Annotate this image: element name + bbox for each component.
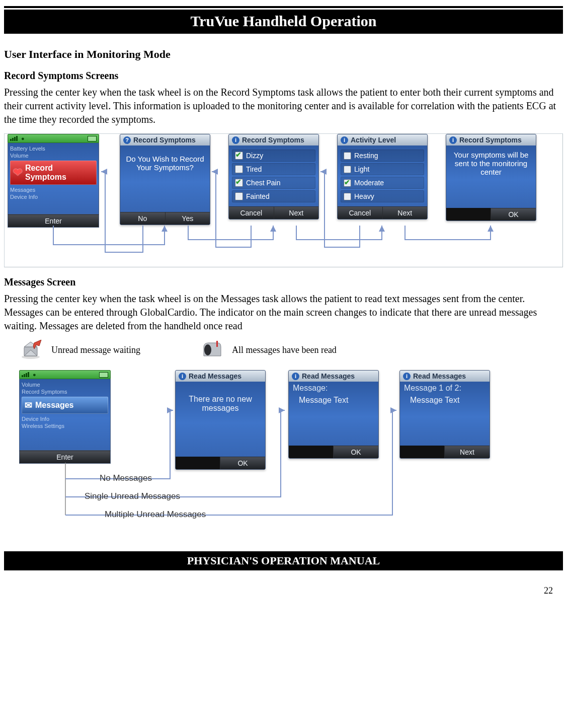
- next-button[interactable]: Next: [274, 206, 319, 219]
- activity-label: Moderate: [354, 179, 384, 187]
- ok-button[interactable]: OK: [333, 446, 378, 458]
- heart-icon: ❤: [13, 166, 22, 179]
- wheel-item: Device Info: [10, 193, 97, 200]
- help-icon: ?: [123, 136, 131, 144]
- message-text: Message Text: [293, 393, 374, 405]
- section-heading: User Interface in Monitoring Mode: [4, 48, 563, 61]
- multi-message-title: Read Messages: [413, 372, 466, 380]
- no-messages-title: Read Messages: [189, 372, 241, 380]
- cancel-button[interactable]: Cancel: [338, 206, 382, 219]
- info-icon: i: [403, 373, 411, 380]
- checkbox-icon[interactable]: [235, 179, 243, 187]
- no-messages-screen: iRead Messages There are no new messages…: [175, 370, 266, 470]
- wheel-selected[interactable]: ❤ Record Symptoms: [10, 161, 97, 185]
- cancel-button[interactable]: Cancel: [229, 206, 274, 219]
- svg-point-5: [204, 344, 211, 355]
- record-symptoms-body: Pressing the center key when the task wh…: [4, 86, 563, 126]
- record-symptoms-flow: ● Battery Levels Volume ❤ Record Symptom…: [4, 133, 563, 267]
- wheel-item: Volume: [10, 152, 97, 159]
- info-icon: i: [341, 136, 348, 144]
- ok-button[interactable]: OK: [220, 457, 265, 469]
- activity-label: Resting: [354, 152, 378, 160]
- info-icon: i: [292, 373, 299, 380]
- status-bar: ●: [8, 134, 99, 143]
- footer-title: PHYSICIAN'S OPERATION MANUAL: [4, 551, 563, 570]
- signal-icon: [10, 134, 18, 143]
- mail-icon: ✉: [25, 400, 32, 411]
- next-button[interactable]: Next: [382, 206, 428, 219]
- symptom-label: Dizzy: [246, 152, 263, 160]
- mail-open-icon: [19, 340, 42, 360]
- no-messages-body: There are no new messages: [176, 382, 265, 457]
- messages-task-wheel: ● Volume Record Symptoms ✉ Messages Devi…: [19, 370, 111, 464]
- softkey-enter[interactable]: Enter: [19, 451, 111, 464]
- page-number: 22: [4, 570, 563, 601]
- messages-body: Pressing the center key when the task wh…: [4, 292, 563, 333]
- activity-screen: iActivity Level Resting Light Moderate H…: [337, 134, 428, 220]
- wheel-selected-label: Record Symptoms: [25, 164, 94, 182]
- single-message-screen: iRead Messages Message: Message Text OK: [288, 370, 379, 459]
- top-rule: [4, 6, 563, 8]
- flow-label-multi: Multiple Unread Messages: [105, 509, 206, 520]
- wheel-item: Messages: [10, 186, 97, 193]
- wheel-selected[interactable]: ✉ Messages: [22, 397, 108, 414]
- symptom-row[interactable]: Dizzy: [232, 150, 315, 162]
- checkbox-icon[interactable]: [235, 152, 243, 160]
- confirm-body: Do You Wish to Record Your Symptoms?: [120, 145, 210, 212]
- checkbox-icon[interactable]: [344, 166, 351, 173]
- no-button[interactable]: No: [120, 212, 165, 225]
- symptom-row[interactable]: Tired: [232, 163, 315, 175]
- message-header: Message 1 of 2:: [404, 384, 485, 393]
- svg-rect-6: [216, 341, 218, 347]
- symptom-label: Tired: [246, 165, 262, 173]
- wheel-item: Wireless Settings: [22, 422, 108, 429]
- messages-heading: Messages Screen: [4, 276, 563, 288]
- ok-button[interactable]: OK: [491, 208, 536, 221]
- activity-row[interactable]: Resting: [341, 150, 424, 162]
- legend-read-label: All messages have been read: [232, 345, 337, 355]
- activity-title: Activity Level: [351, 136, 396, 144]
- wheel-selected-label: Messages: [35, 401, 74, 410]
- sent-body: Your symptoms will be sent to the monito…: [446, 145, 536, 208]
- softkey-enter[interactable]: Enter: [8, 214, 99, 228]
- wheel-item: Record Symptoms: [22, 388, 108, 395]
- activity-row[interactable]: Heavy: [341, 190, 424, 202]
- checkbox-icon[interactable]: [235, 165, 243, 173]
- checkbox-icon[interactable]: [344, 193, 351, 200]
- antenna-icon: ●: [33, 372, 36, 378]
- checkbox-icon[interactable]: [235, 192, 243, 200]
- symptom-row[interactable]: Fainted: [232, 190, 315, 202]
- status-bar: ●: [19, 370, 111, 379]
- message-header: Message:: [293, 384, 374, 393]
- flow-label-no-messages: No Messages: [100, 473, 152, 483]
- sent-title: Record Symptoms: [459, 136, 522, 144]
- task-wheel-screen: ● Battery Levels Volume ❤ Record Symptom…: [8, 134, 99, 228]
- checkbox-icon[interactable]: [344, 152, 351, 160]
- battery-icon: [99, 372, 108, 378]
- symptoms-screen: iRecord Symptoms Dizzy Tired Chest Pain …: [228, 134, 319, 220]
- activity-row[interactable]: Moderate: [341, 177, 424, 189]
- info-icon: i: [449, 136, 457, 144]
- checkbox-icon[interactable]: [344, 179, 351, 187]
- confirm-title: Record Symptoms: [133, 136, 196, 144]
- message-icon-legend: Unread message waiting All messages have…: [19, 340, 563, 360]
- message-text: Message Text: [404, 393, 485, 405]
- legend-unread-label: Unread message waiting: [51, 345, 140, 355]
- activity-row[interactable]: Light: [341, 163, 424, 175]
- mailbox-icon: [201, 341, 223, 359]
- flow-label-single: Single Unread Messages: [85, 491, 180, 501]
- activity-label: Light: [354, 165, 369, 173]
- info-icon: i: [179, 373, 186, 380]
- chapter-title: TruVue Handheld Operation: [4, 10, 563, 34]
- symptoms-title: Record Symptoms: [242, 136, 304, 144]
- yes-button[interactable]: Yes: [165, 212, 210, 225]
- info-icon: i: [232, 136, 239, 144]
- symptom-label: Chest Pain: [246, 179, 280, 187]
- symptom-row[interactable]: Chest Pain: [232, 177, 315, 189]
- signal-icon: [22, 370, 30, 379]
- battery-icon: [88, 136, 97, 141]
- next-button[interactable]: Next: [444, 446, 490, 458]
- wheel-item: Battery Levels: [10, 145, 97, 152]
- symptom-label: Fainted: [246, 192, 270, 200]
- wheel-item: Device Info: [22, 415, 108, 422]
